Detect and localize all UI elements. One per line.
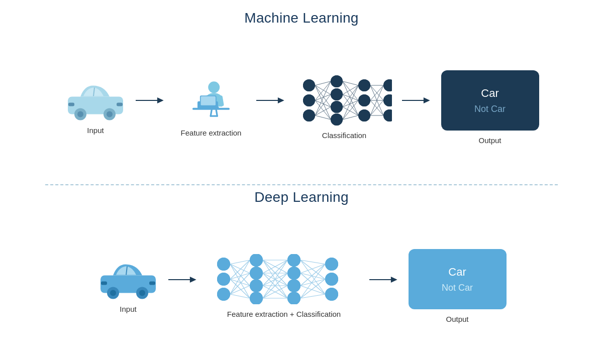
ml-car-icon: [65, 80, 126, 120]
svg-rect-91: [149, 282, 155, 285]
svg-point-161: [325, 288, 338, 301]
svg-line-36: [315, 81, 331, 85]
ml-input-item: Input: [60, 80, 131, 136]
dl-output-box: Car Not Car: [409, 249, 507, 309]
svg-point-5: [107, 111, 113, 117]
dl-input-label: Input: [120, 304, 136, 314]
dl-car-icon: [98, 259, 158, 299]
svg-line-48: [343, 81, 358, 85]
svg-point-158: [287, 292, 300, 304]
svg-point-155: [287, 254, 300, 267]
ml-arrow-3: [402, 94, 432, 106]
svg-line-147: [300, 294, 325, 298]
svg-rect-7: [117, 102, 123, 106]
main-container: Machine Learning: [0, 0, 603, 364]
svg-point-87: [110, 290, 116, 296]
ml-classification-label: Classification: [322, 131, 366, 141]
dl-input-item: Input: [93, 259, 163, 314]
svg-line-108: [230, 260, 250, 264]
svg-marker-163: [391, 277, 397, 283]
ml-arrow-2: [256, 94, 286, 106]
ml-output-item: Car Not Car Output: [437, 70, 543, 146]
svg-point-69: [303, 79, 315, 91]
svg-point-70: [303, 94, 315, 106]
svg-point-79: [383, 79, 392, 91]
dl-output-light-box: Car Not Car: [409, 249, 507, 309]
svg-line-59: [343, 115, 358, 119]
svg-rect-90: [101, 282, 107, 285]
dl-feat-class-label: Feature extraction + Classification: [227, 309, 341, 319]
svg-point-76: [358, 79, 370, 91]
dl-feat-class-item: Feature extraction + Classification: [204, 254, 364, 319]
dl-output-car: Car: [448, 263, 466, 281]
ml-section: Machine Learning: [0, 10, 603, 180]
ml-output-car: Car: [481, 84, 498, 102]
svg-point-156: [287, 267, 300, 280]
ml-output-label: Output: [478, 136, 501, 146]
svg-line-12: [221, 97, 222, 104]
svg-point-72: [331, 75, 343, 87]
svg-point-89: [139, 290, 145, 296]
svg-line-119: [230, 294, 250, 298]
svg-point-77: [358, 94, 370, 106]
ml-diagram-row: Input: [60, 35, 543, 180]
ml-neural-net-icon: [296, 75, 392, 126]
svg-point-153: [250, 279, 263, 292]
svg-point-3: [77, 111, 83, 117]
section-divider: [45, 184, 558, 185]
svg-point-157: [287, 279, 300, 292]
ml-output-box: Car Not Car: [441, 70, 539, 131]
svg-marker-9: [157, 97, 164, 103]
svg-point-80: [383, 94, 392, 106]
ml-title: Machine Learning: [244, 10, 358, 26]
ml-arrow-1: [136, 94, 166, 106]
svg-point-148: [217, 258, 230, 271]
ml-feature-label: Feature extraction: [181, 128, 242, 138]
svg-rect-6: [68, 102, 74, 106]
svg-point-160: [325, 273, 338, 286]
svg-marker-93: [190, 277, 196, 283]
svg-point-75: [331, 113, 343, 126]
dl-output-notcar: Not Car: [442, 281, 473, 295]
svg-point-154: [250, 292, 263, 304]
svg-line-47: [315, 115, 331, 119]
dl-output-label: Output: [446, 314, 468, 324]
svg-point-150: [217, 288, 230, 301]
svg-point-10: [208, 81, 220, 93]
svg-point-78: [358, 109, 370, 122]
dl-diagram-row: Input: [93, 214, 510, 359]
dl-arrow-2: [369, 274, 399, 286]
ml-classification-item: Classification: [291, 75, 397, 141]
dl-neural-net-icon: [211, 254, 357, 304]
svg-line-136: [300, 260, 325, 264]
dl-section: Deep Learning: [0, 189, 603, 359]
dl-title: Deep Learning: [254, 189, 349, 205]
svg-point-71: [303, 109, 315, 122]
svg-point-151: [250, 254, 263, 267]
svg-rect-16: [201, 96, 216, 105]
svg-point-73: [331, 88, 343, 100]
svg-marker-22: [278, 97, 284, 103]
dl-arrow-1: [168, 274, 198, 286]
svg-rect-17: [209, 106, 219, 108]
ml-feature-item: Feature extraction: [171, 78, 251, 138]
ml-output-dark-box: Car Not Car: [441, 70, 539, 131]
dl-output-item: Car Not Car Output: [405, 249, 510, 324]
svg-point-81: [383, 109, 392, 122]
ml-person-icon: [188, 78, 234, 123]
ml-input-label: Input: [87, 126, 104, 136]
svg-point-149: [217, 273, 230, 286]
svg-point-74: [331, 101, 343, 113]
svg-point-152: [250, 267, 263, 280]
ml-output-notcar: Not Car: [474, 102, 506, 116]
svg-marker-83: [424, 97, 430, 103]
svg-point-159: [325, 258, 338, 271]
